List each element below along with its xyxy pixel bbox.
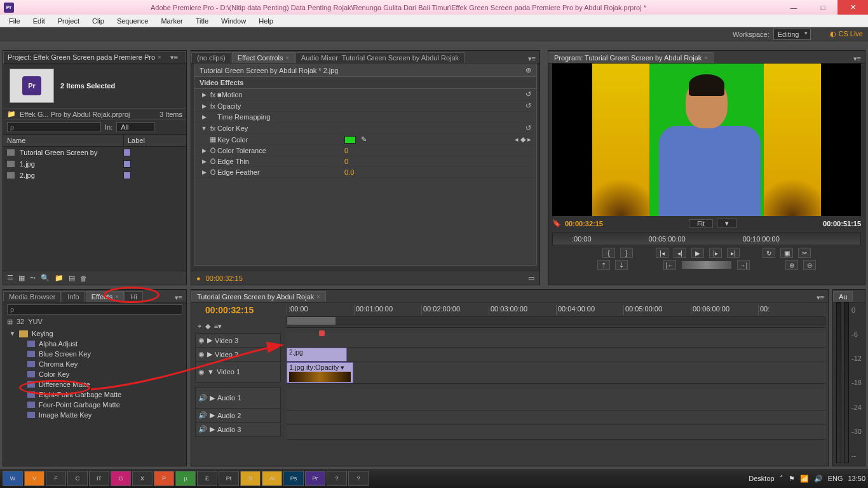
menu-help[interactable]: Help — [252, 16, 280, 26]
effect-eight-point[interactable]: Eight-Point Garbage Matte — [3, 390, 186, 400]
menu-window[interactable]: Window — [215, 16, 252, 26]
export-frame-button[interactable]: ✂ — [798, 248, 811, 258]
taskbar-firefox[interactable]: F — [46, 471, 66, 486]
trash-icon[interactable]: 🗑 — [80, 274, 87, 282]
project-item-sequence[interactable]: Tutorial Green Screen by — [3, 147, 186, 158]
program-ruler[interactable]: :00:0000:05:00:0000:10:00:00 — [552, 233, 861, 245]
menu-marker[interactable]: Marker — [154, 16, 189, 26]
in-point-button[interactable]: { — [602, 248, 615, 258]
program-tab[interactable]: Program: Tutorial Green Screen by Abdul … — [548, 52, 714, 63]
step-fwd-button[interactable]: |▸ — [709, 248, 722, 258]
snap-icon[interactable]: ⌖ — [198, 322, 201, 330]
menu-sequence[interactable]: Sequence — [111, 16, 155, 26]
panel-menu-icon[interactable]: ▾≡ — [850, 55, 865, 63]
program-timecode[interactable]: 00:00:32:15 — [565, 220, 603, 227]
param-key-color[interactable]: ▦Key Color✎◂ ◆ ▸ — [194, 134, 536, 146]
taskbar-app4[interactable]: S — [240, 471, 261, 486]
clip-2jpg[interactable]: 2.jpg — [287, 348, 347, 362]
safe-margins-button[interactable]: ▣ — [780, 248, 793, 258]
zoom-fit[interactable]: Fit — [689, 219, 713, 228]
effects-folder-keying[interactable]: ▼Keying — [3, 329, 186, 339]
list-view-icon[interactable]: ☰ — [7, 274, 13, 282]
taskbar-word[interactable]: W — [3, 471, 23, 486]
param-color-tolerance[interactable]: ▶ÖColor Tolerance0 — [194, 146, 536, 156]
go-in-button[interactable]: |◂ — [656, 248, 668, 258]
meters-tab[interactable]: Au — [833, 291, 853, 302]
find-icon[interactable]: 🔍 — [41, 274, 50, 282]
program-view[interactable] — [552, 64, 861, 216]
menu-title[interactable]: Title — [189, 16, 215, 26]
param-edge-thin[interactable]: ▶ÖEdge Thin0 — [194, 156, 536, 167]
tray-volume-icon[interactable]: 🔊 — [814, 475, 823, 483]
tab-media-browser[interactable]: Media Browser — [3, 291, 61, 302]
track-audio2[interactable]: 🔊▶Audio 2 — [195, 408, 281, 423]
play-button[interactable]: ▶ — [691, 248, 704, 258]
track-video3[interactable]: ◉▶Video 3 — [195, 333, 281, 348]
go-out-button[interactable]: ▸| — [727, 248, 740, 258]
tray-up-icon[interactable]: ˄ — [780, 475, 783, 483]
effect-difference-matte[interactable]: Difference Matte — [3, 379, 186, 390]
effect-color-key[interactable]: Color Key — [3, 369, 186, 379]
taskbar-chrome[interactable]: C — [67, 471, 88, 486]
next-edit-button[interactable]: →| — [737, 260, 750, 270]
eyedropper-icon[interactable]: ✎ — [361, 135, 367, 144]
show-desktop[interactable]: Desktop — [749, 475, 774, 482]
effect-image-matte[interactable]: Image Matte Key — [3, 410, 186, 420]
extract-button[interactable]: ⇣ — [615, 260, 628, 270]
tray-network-icon[interactable]: 📶 — [800, 475, 809, 483]
taskbar-itunes[interactable]: iT — [89, 471, 109, 486]
zoom-dropdown[interactable]: ▾ — [717, 219, 737, 228]
lift-button[interactable]: ⇡ — [597, 260, 610, 270]
timeline-ruler[interactable]: :00:00 00:01:00:00 00:02:00:00 00:03:00:… — [287, 305, 825, 328]
tray-clock[interactable]: 13:50 — [848, 475, 865, 482]
param-edge-feather[interactable]: ▶ÖEdge Feather0.0 — [194, 167, 536, 178]
automate-icon[interactable]: ⤳ — [30, 274, 36, 282]
fx-time-remapping[interactable]: ▶Time Remapping — [194, 112, 536, 123]
timeline-tab[interactable]: Tutorial Green Screen by Abdul Rojak× — [191, 291, 326, 302]
track-video1[interactable]: ◉▼Video 1 — [195, 361, 281, 383]
fx-opacity[interactable]: ▶fxOpacity↺ — [194, 100, 536, 112]
tab-history[interactable]: Hi — [125, 291, 142, 302]
clip-1jpg[interactable]: 1.jpg ity:Opacity ▾ — [287, 362, 353, 383]
taskbar-explorer[interactable]: E — [197, 471, 217, 486]
taskbar-vlc[interactable]: V — [24, 471, 44, 486]
taskbar-app3[interactable]: P — [154, 471, 174, 486]
track-audio3[interactable]: 🔊▶Audio 3 — [195, 422, 281, 437]
effect-chroma-key[interactable]: Chroma Key — [3, 359, 186, 369]
effect-alpha-adjust[interactable]: Alpha Adjust — [3, 339, 186, 349]
taskbar-illustrator[interactable]: Ai — [262, 471, 282, 486]
panel-menu-icon[interactable]: ▾≡ — [524, 55, 539, 63]
project-item-1jpg[interactable]: 1.jpg — [3, 158, 186, 170]
tray-flag-icon[interactable]: ⚑ — [789, 475, 795, 483]
close-button[interactable]: ✕ — [837, 0, 868, 15]
minimize-button[interactable]: — — [779, 0, 808, 15]
marker-icon[interactable]: 🔖 — [552, 219, 561, 227]
panel-menu-icon[interactable]: ▾≡ — [813, 294, 828, 302]
workspace-selector[interactable]: Editing — [773, 29, 811, 40]
taskbar-app[interactable]: G — [111, 471, 131, 486]
taskbar-app2[interactable]: X — [132, 471, 153, 486]
track-opts-icon[interactable]: ≡▾ — [214, 322, 222, 330]
out-point-button[interactable]: } — [620, 248, 633, 258]
new-item-icon[interactable]: ▤ — [69, 274, 75, 282]
icon-view-icon[interactable]: ▦ — [18, 274, 25, 282]
menu-clip[interactable]: Clip — [86, 16, 111, 26]
gear-icon[interactable]: ⊛ — [526, 66, 531, 74]
overwrite-button[interactable]: ⊖ — [803, 260, 816, 270]
in-selector[interactable]: All — [116, 122, 154, 132]
project-list-header[interactable]: NameLabel — [3, 134, 186, 147]
project-search[interactable] — [7, 122, 101, 132]
step-back-button[interactable]: ◂| — [674, 248, 686, 258]
prev-edit-button[interactable]: |← — [663, 260, 676, 270]
tab-effects[interactable]: Effects× — [86, 291, 125, 302]
fx-motion[interactable]: ▶fx■Motion↺ — [194, 89, 536, 100]
taskbar-app5[interactable]: ? — [327, 471, 347, 486]
marker-icon[interactable]: ◆ — [205, 322, 210, 330]
timeline-navigator[interactable] — [287, 316, 825, 325]
tab-info[interactable]: Info — [62, 291, 85, 302]
insert-button[interactable]: ⊕ — [785, 260, 798, 270]
effects-search[interactable] — [7, 304, 182, 315]
taskbar-premiere[interactable]: Pr — [305, 471, 325, 486]
key-color-swatch[interactable] — [344, 136, 356, 144]
new-bin-icon[interactable]: 📁 — [55, 274, 64, 282]
